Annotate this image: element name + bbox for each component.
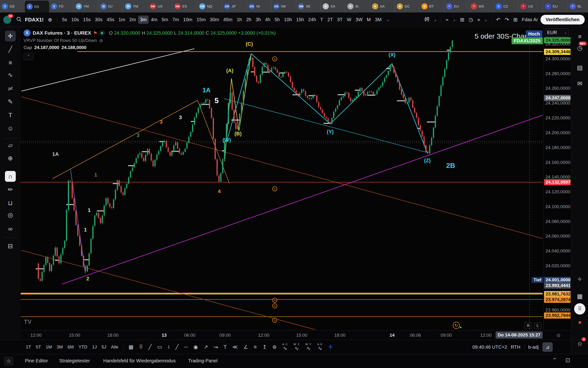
timeframe-3W[interactable]: 3W <box>353 16 365 24</box>
object-tree-icon[interactable]: ▤ <box>577 64 583 71</box>
timeframe-7m[interactable]: 7m <box>170 16 181 24</box>
browser-tab[interactable]: ✦EU <box>543 0 568 12</box>
indicators-chevron-icon[interactable]: ⌄ <box>451 17 458 23</box>
browser-tab[interactable]: XGE <box>0 0 25 12</box>
tool-arrow-marker-icon[interactable]: ↝ <box>211 343 221 350</box>
range-ytd[interactable]: YTD <box>76 343 90 351</box>
range-6m[interactable]: 6M <box>65 343 76 351</box>
alert-icon[interactable]: ◷ <box>467 16 475 24</box>
chart-style-chevron-icon[interactable]: ⌄ <box>432 17 439 23</box>
chart-pane[interactable]: X DAX Futures · 3 · EUREX ⚑ O24.320,0000… <box>21 27 543 330</box>
range-1j[interactable]: 1J <box>90 343 99 351</box>
timeframe-2T[interactable]: 2T <box>325 16 335 24</box>
browser-tab[interactable]: 100NQ <box>197 0 222 12</box>
adjust-label[interactable]: b-adj <box>528 344 539 350</box>
text-icon[interactable]: T <box>5 110 16 120</box>
browser-tab[interactable]: ₿BT <box>420 0 444 12</box>
timeframe-45m[interactable]: 45m <box>221 16 235 24</box>
gap-indicator-title[interactable]: Gap <box>24 45 32 50</box>
draw-lock-icon[interactable]: ✏ <box>5 184 16 195</box>
emoji-icon[interactable]: ☺ <box>5 123 16 134</box>
compare-add-icon[interactable]: ⊕ <box>46 16 54 24</box>
timeframe-5h[interactable]: 5h <box>272 16 282 24</box>
statusbar-item-pine-editor[interactable]: Pine Editor <box>25 358 48 364</box>
browser-tab[interactable]: ◆SI <box>345 0 370 12</box>
timeframe-3T[interactable]: 3T <box>335 16 345 24</box>
tool-text-icon[interactable]: T <box>221 343 229 350</box>
tool-crosshair-icon[interactable]: ✛ <box>325 343 335 350</box>
range-5t[interactable]: 5T <box>33 343 43 351</box>
timeframe-T[interactable]: T <box>318 16 325 24</box>
scale-adjust-icon[interactable]: ⊿ <box>542 342 553 352</box>
publish-button[interactable]: Veröffentlichen <box>541 15 585 25</box>
fib-retracement-icon[interactable]: ≡ <box>5 57 16 68</box>
indicator-hidden-icon[interactable]: ⊘ <box>99 38 103 43</box>
trend-line-icon[interactable]: ╱ <box>5 44 16 55</box>
chat-icon[interactable]: ✉ <box>577 80 582 87</box>
wave-label-1[interactable]: 1 <box>94 172 97 178</box>
browser-tab[interactable]: 30DJ <box>98 0 123 12</box>
timeframe-24h[interactable]: 24h <box>306 16 318 24</box>
timeframe-4h[interactable]: 4h <box>263 16 272 24</box>
magnet-icon[interactable]: ∩ <box>5 171 16 182</box>
tool-arrow-icon[interactable]: ↗ <box>201 343 211 350</box>
browser-tab[interactable]: XFD <box>25 1 49 12</box>
timeframe-15m[interactable]: 15m <box>194 16 208 24</box>
record-icon[interactable]: ● <box>578 319 582 326</box>
log-scale-button[interactable]: L <box>534 322 541 329</box>
wave-label-3[interactable]: 3 <box>137 132 140 138</box>
timeframe-2h[interactable]: 2h <box>244 16 254 24</box>
browser-tab[interactable]: ✶MS <box>469 0 494 12</box>
tool-gann-fan-icon[interactable]: ≪ <box>229 343 241 350</box>
alerts-icon[interactable]: ◷99+ <box>577 45 583 52</box>
timeframe-5s[interactable]: 5s <box>60 16 69 24</box>
zoom-in-icon[interactable]: ⊕ <box>5 153 16 164</box>
wave-label-2[interactable]: 2 <box>86 276 89 282</box>
browser-tab[interactable]: ◆XA <box>370 0 395 12</box>
wave-label-2b[interactable]: 2B <box>446 162 455 170</box>
apps-icon[interactable]: ⠿ <box>574 303 585 314</box>
user-avatar[interactable]: 11 <box>3 16 11 24</box>
range-3m[interactable]: 3M <box>54 343 65 351</box>
wave-label-b[interactable]: (B) <box>235 131 242 137</box>
statusbar-item-strategietester[interactable]: Strategietester <box>59 358 90 364</box>
browser-tab[interactable]: CCC <box>494 0 518 12</box>
wave-label-a[interactable]: (A) <box>226 68 234 74</box>
statusbar-item-handelsfeld-f-r-wiedergabemodus[interactable]: Handelsfeld für Wiedergabemodus <box>103 358 176 364</box>
replay-icon[interactable]: « <box>475 16 482 24</box>
tool-circle-icon[interactable]: ⊚ <box>270 343 280 350</box>
tool-elliott-ac-icon[interactable]: A C∿ <box>280 342 291 352</box>
wave-label-1[interactable]: 1 <box>88 207 91 213</box>
tool-rectangle-icon[interactable]: ▭ <box>155 343 165 350</box>
timeframe-M[interactable]: M <box>365 16 373 24</box>
wave-label-4[interactable]: 4 <box>218 188 221 194</box>
auto-scale-button[interactable]: A <box>524 322 532 329</box>
browser-tab[interactable]: 30YM <box>74 0 98 12</box>
tool-parallel-channel-icon[interactable]: ≡ <box>251 343 260 350</box>
browser-tab[interactable]: 225NK <box>272 0 296 12</box>
tool-pitchfork-icon[interactable]: ∠ <box>241 343 251 350</box>
legend-collapse-button[interactable]: ⌃ <box>24 53 33 60</box>
calendar-icon[interactable]: ▦ <box>577 293 583 300</box>
indicators-icon[interactable]: ⌁ <box>444 16 450 24</box>
favorites-star-icon[interactable]: ☆ <box>4 357 14 366</box>
timeframe-10h[interactable]: 10h <box>282 16 294 24</box>
currency-selector[interactable]: EUR⌄ <box>545 28 569 37</box>
timeframe-30s[interactable]: 30s <box>93 16 105 24</box>
crosshair-icon[interactable]: ✛ <box>5 31 16 41</box>
browser-tab[interactable]: 500US <box>148 0 173 12</box>
timeframe-45s[interactable]: 45s <box>105 16 116 24</box>
timeframe-15h[interactable]: 15h <box>294 16 306 24</box>
redo-icon[interactable]: ↷ <box>503 16 511 24</box>
timeframe-30m[interactable]: 30m <box>208 16 221 24</box>
wave-label-3[interactable]: 3 <box>160 119 163 125</box>
timeframe-3h[interactable]: 3h <box>254 16 263 24</box>
notifications-icon[interactable]: ⍾4 <box>578 340 582 348</box>
chart-style-icon[interactable] <box>422 15 431 24</box>
timeframe-2m[interactable]: 2m <box>127 16 138 24</box>
timeframe-10m[interactable]: 10m <box>181 16 194 24</box>
range-5j[interactable]: 5J <box>99 343 109 351</box>
symbol-search-button[interactable]: FDAX1! <box>25 17 44 23</box>
browser-tab[interactable]: ◆GC <box>395 0 420 12</box>
price-axis[interactable]: EUR⌄ 24.320,000024.300,000024.280,000024… <box>543 27 571 330</box>
